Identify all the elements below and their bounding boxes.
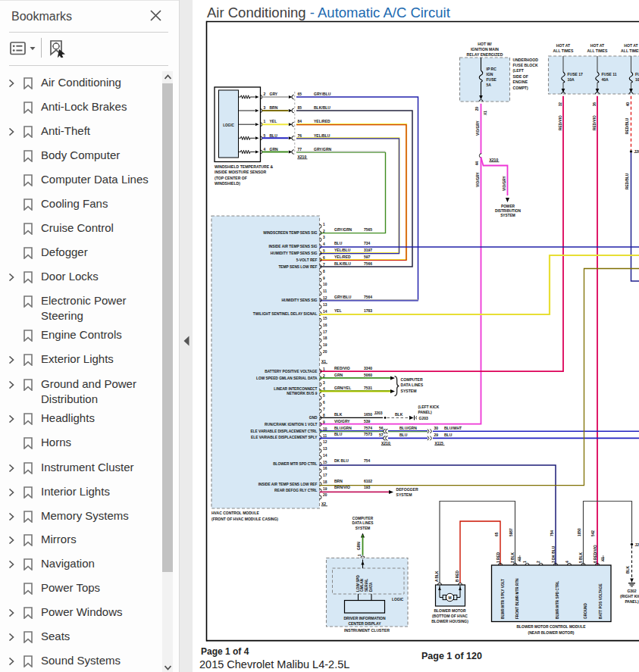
svg-text:HOT AT: HOT AT (590, 43, 605, 48)
svg-text:HVAC CONTROL MODULE: HVAC CONTROL MODULE (211, 511, 260, 515)
svg-text:7574: 7574 (364, 426, 372, 430)
svg-text:597: 597 (364, 255, 371, 259)
svg-text:57: 57 (379, 433, 384, 437)
svg-text:(LEFT KICK: (LEFT KICK (418, 405, 440, 409)
svg-text:IGNITION MAIN: IGNITION MAIN (471, 47, 499, 52)
svg-text:J203: J203 (374, 411, 383, 415)
svg-text:20: 20 (323, 493, 327, 497)
svg-text:13: 13 (323, 447, 327, 451)
svg-text:18: 18 (323, 480, 327, 484)
svg-text:BATTERY POSITIVE VOLTAGE: BATTERY POSITIVE VOLTAGE (265, 370, 318, 374)
svg-text:DATA LINES: DATA LINES (352, 521, 374, 525)
svg-text:44: 44 (475, 161, 479, 166)
svg-text:4: 4 (323, 242, 325, 246)
svg-text:ALL TIMES: ALL TIMES (621, 48, 639, 53)
svg-text:DATA: DATA (369, 582, 373, 592)
svg-text:HUMIDITY SENS SIG: HUMIDITY SENS SIG (281, 298, 317, 302)
svg-text:X2: X2 (321, 502, 326, 506)
svg-text:754: 754 (364, 458, 371, 463)
svg-text:DEFOGGER: DEFOGGER (396, 487, 418, 492)
svg-text:5987: 5987 (509, 528, 513, 536)
svg-text:1: 1 (523, 561, 527, 563)
svg-text:12: 12 (323, 440, 327, 444)
svg-text:GRN: GRN (357, 542, 361, 550)
svg-text:5060: 5060 (364, 373, 372, 377)
svg-text:FUSE: FUSE (635, 72, 639, 77)
svg-text:BATT POS VOLTAGE: BATT POS VOLTAGE (599, 583, 603, 619)
svg-text:HOT W/: HOT W/ (478, 42, 492, 46)
svg-text:VIO/GRY: VIO/GRY (334, 419, 350, 424)
svg-text:6102: 6102 (364, 479, 372, 483)
svg-text:LOGIC: LOGIC (392, 598, 404, 602)
svg-text:56: 56 (379, 426, 384, 430)
svg-text:3 DK BLU: 3 DK BLU (552, 545, 556, 563)
svg-text:10: 10 (323, 283, 327, 286)
svg-text:5: 5 (323, 394, 325, 398)
svg-text:13: 13 (323, 303, 327, 307)
svg-text:BLOWER MOTOR: BLOWER MOTOR (434, 608, 466, 613)
svg-text:BLU: BLU (334, 241, 343, 245)
svg-text:3: 3 (323, 236, 325, 239)
svg-text:VIO/GRY: VIO/GRY (503, 175, 506, 191)
svg-text:84: 84 (298, 119, 302, 123)
svg-text:YEL: YEL (270, 119, 277, 123)
svg-text:RED/VIO: RED/VIO (559, 115, 562, 130)
svg-text:542: 542 (591, 530, 595, 536)
svg-text:5: 5 (323, 249, 325, 253)
svg-text:754: 754 (550, 530, 554, 536)
svg-text:RED/VIO: RED/VIO (593, 115, 597, 130)
svg-text:NETWORK BUS 9: NETWORK BUS 9 (287, 392, 318, 395)
svg-text:GRY: GRY (270, 92, 278, 96)
svg-text:FUSE BLOCK: FUSE BLOCK (513, 63, 538, 67)
svg-text:LOW SPD: LOW SPD (356, 575, 360, 592)
svg-text:1783: 1783 (364, 308, 372, 313)
svg-text:TWILIGHT SENTINEL DELAY SIGNAL: TWILIGHT SENTINEL DELAY SIGNAL (253, 312, 318, 316)
svg-text:GRY/BLU: GRY/BLU (334, 295, 352, 299)
svg-text:16: 16 (323, 323, 327, 327)
svg-text:BLU/GRN: BLU/GRN (334, 426, 352, 430)
svg-text:BLU/WHT: BLU/WHT (444, 426, 462, 430)
svg-text:2: 2 (323, 230, 325, 233)
svg-text:BLK/BLU: BLK/BLU (314, 105, 330, 110)
svg-text:40: 40 (626, 102, 630, 107)
svg-text:14: 14 (323, 454, 327, 458)
svg-text:G203: G203 (419, 416, 428, 420)
svg-text:YEL/BLU: YEL/BLU (334, 248, 351, 252)
svg-text:BLWR MTR SPD CTRL: BLWR MTR SPD CTRL (556, 581, 559, 619)
svg-text:RED/BLU: RED/BLU (625, 117, 629, 134)
svg-text:7: 7 (323, 263, 325, 267)
svg-text:GRN/YEL: GRN/YEL (334, 386, 351, 390)
svg-text:COMPUTER: COMPUTER (352, 517, 374, 520)
svg-text:SYSTEM: SYSTEM (396, 492, 412, 497)
svg-text:36: 36 (593, 102, 597, 107)
svg-text:5A: 5A (487, 83, 492, 87)
svg-text:X115: X115 (435, 441, 444, 445)
svg-text:BLU: BLU (399, 433, 408, 437)
svg-text:15: 15 (323, 317, 327, 320)
svg-text:1: 1 (264, 119, 266, 123)
svg-text:X210: X210 (381, 441, 390, 445)
svg-text:YEL/RED: YEL/RED (334, 255, 351, 259)
svg-text:5 BLK: 5 BLK (579, 552, 583, 563)
svg-text:VIO/GRY: VIO/GRY (476, 120, 480, 136)
svg-text:ELE VARIABLE DISPLACEMENT SPLY: ELE VARIABLE DISPLACEMENT SPLY (251, 436, 318, 439)
svg-text:65: 65 (495, 532, 499, 536)
svg-text:5: 5 (264, 133, 266, 138)
svg-text:2: 2 (537, 561, 540, 563)
svg-text:30: 30 (434, 426, 439, 430)
svg-text:BLOWER HOUSING): BLOWER HOUSING) (431, 619, 468, 624)
svg-text:17: 17 (323, 330, 327, 334)
svg-text:RELAY ENERGIZED: RELAY ENERGIZED (467, 52, 503, 57)
svg-text:(FRONT OF HVAC MODULE CASING): (FRONT OF HVAC MODULE CASING) (211, 517, 278, 521)
svg-text:(BOTTOM OF HVAC: (BOTTOM OF HVAC (432, 614, 468, 618)
svg-text:LOGIC: LOGIC (223, 123, 234, 127)
svg-text:RUN/CRANK IGNITION 1 VOLT: RUN/CRANK IGNITION 1 VOLT (265, 423, 318, 427)
svg-text:CENTER DISPLAY: CENTER DISPLAY (348, 621, 381, 626)
svg-text:BLU: BLU (270, 133, 278, 138)
svg-text:FUSE 11: FUSE 11 (602, 72, 617, 77)
svg-text:TEMP SENS LOW REF: TEMP SENS LOW REF (278, 265, 317, 269)
svg-text:B RED: B RED (456, 570, 459, 582)
svg-text:7: 7 (323, 408, 325, 411)
svg-text:40A: 40A (602, 77, 609, 82)
svg-text:4: 4 (565, 561, 569, 563)
